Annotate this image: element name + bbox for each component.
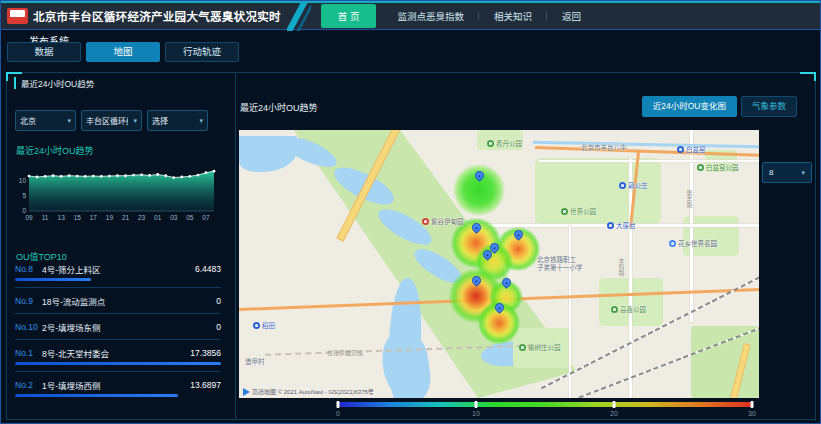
- legend-gradient-bar: [338, 402, 752, 407]
- svg-text:21: 21: [122, 214, 130, 221]
- map-geography: [379, 327, 433, 398]
- row-divider: [15, 371, 221, 372]
- top-list-item[interactable]: No.84号-筛分上料区6.4483: [15, 262, 221, 288]
- svg-text:11: 11: [42, 214, 49, 221]
- poi-icon: [669, 240, 676, 247]
- map-label-text: 花乡世界名园: [678, 238, 717, 248]
- map-label-text: 樊羊路: [685, 190, 694, 208]
- progress-bar: [15, 362, 221, 365]
- ou-value: 6.4483: [195, 264, 221, 274]
- map-label: 北京市丰台八中: [581, 142, 627, 152]
- panel-title-tag: 最近24小时OU趋势: [14, 77, 94, 89]
- ou-value: 0: [216, 296, 221, 306]
- rank-label: No.2: [15, 380, 42, 390]
- map-canvas[interactable]: 看丹公园紫谷伊甸园世界公园北京市丰台八中郭公庄白盆窑白盆窑公园大葆台花乡世界名园…: [239, 130, 759, 398]
- chevron-down-icon: ▾: [801, 169, 805, 177]
- map-label: 稻田: [253, 320, 275, 330]
- svg-text:15: 15: [74, 214, 82, 221]
- map-label: 子弟第十一小学: [537, 262, 583, 272]
- nav-item-2[interactable]: 监测点恶臭指数: [382, 5, 479, 27]
- scenic-spot-icon: [422, 218, 429, 225]
- ou-color-legend: 0102030: [338, 402, 752, 418]
- svg-text:23: 23: [138, 214, 146, 221]
- nav-item-3[interactable]: 相关知识: [479, 5, 547, 27]
- map-label-text: 丰科路: [617, 258, 626, 276]
- map-label-text: 白盆窑公园: [706, 162, 739, 172]
- filter-select-2[interactable]: 丰台区循环经济产业园▾: [81, 110, 142, 131]
- legend-tick-label: 10: [472, 410, 480, 417]
- ou-value: 13.6897: [190, 380, 221, 390]
- map-level-value: 8: [769, 168, 773, 177]
- svg-text:07: 07: [202, 214, 210, 221]
- top-list-item[interactable]: No.918号-流动监测点0: [15, 294, 221, 314]
- map-label: 在建京雄高速: [327, 348, 363, 357]
- tab-3[interactable]: 行动轨迹: [165, 42, 239, 62]
- map-label: 看丹公园: [487, 138, 522, 148]
- top-list-item[interactable]: No.21号-填埋场西侧13.6897: [15, 378, 221, 397]
- map-level-select[interactable]: 8 ▾: [762, 162, 812, 183]
- map-label: 造甲村: [245, 356, 265, 366]
- header-slash-decoration: [287, 2, 311, 31]
- rank-label: No.9: [15, 296, 42, 306]
- progress-track: [15, 394, 221, 397]
- tab-1[interactable]: 数据: [7, 42, 81, 62]
- map-label: 丰科路: [617, 258, 626, 276]
- row-divider: [15, 339, 221, 340]
- park-icon: [487, 140, 494, 147]
- metro-station-icon: [253, 322, 260, 329]
- map-label: 白盆窑公园: [697, 162, 739, 172]
- filter-selects: 北京▾丰台区循环经济产业园▾选择▾: [15, 110, 213, 131]
- map-label-text: 紫谷伊甸园: [431, 216, 464, 226]
- tab-2[interactable]: 地图: [86, 42, 160, 62]
- app-logo-icon: [7, 8, 28, 24]
- svg-text:10: 10: [19, 177, 27, 184]
- main-panel: 最近24小时OU趋势 北京▾丰台区循环经济产业园▾选择▾ 最近24小时OU趋势 …: [6, 72, 816, 420]
- rank-label: No.8: [15, 264, 42, 274]
- nav-item-1[interactable]: 首 页: [321, 4, 377, 28]
- chevron-down-icon: ▾: [133, 117, 137, 125]
- progress-bar: [15, 278, 91, 281]
- map-label-text: 稻田: [262, 320, 275, 330]
- map-button-2[interactable]: 气象参数: [741, 96, 797, 117]
- map-label: 紫谷伊甸园: [422, 216, 464, 226]
- svg-text:01: 01: [154, 214, 162, 221]
- legend-tick-label: 0: [336, 410, 340, 417]
- chevron-down-icon: ▾: [199, 117, 203, 125]
- top10-list: No.84号-筛分上料区6.4483No.918号-流动监测点0No.102号-…: [15, 262, 221, 397]
- ou-trend-chart: 0510091113151719212301030507: [11, 155, 219, 227]
- legend-tick: [474, 401, 477, 408]
- main-nav: 首 页监测点恶臭指数相关知识返回: [321, 4, 596, 28]
- metro-station-icon: [607, 222, 614, 229]
- select-value: 选择: [152, 115, 168, 126]
- point-name: 1号-填埋场西侧: [42, 379, 190, 391]
- nav-item-4[interactable]: 返回: [547, 5, 596, 27]
- map-label: 世界公园: [561, 206, 596, 216]
- map-label-text: 看丹公园: [496, 138, 522, 148]
- metro-station-icon: [677, 146, 684, 153]
- filter-select-3[interactable]: 选择▾: [147, 110, 208, 131]
- map-label: 花乡世界名园: [669, 238, 717, 248]
- map-geography: [535, 158, 661, 224]
- top-list-item[interactable]: No.102号-填埋场东侧0: [15, 320, 221, 340]
- point-name: 4号-筛分上料区: [42, 263, 195, 275]
- map-attribution: 高德地图 © 2021 AutoNavi - GS(2021)6375号: [243, 387, 374, 396]
- map-label-text: 大葆台: [616, 220, 636, 230]
- progress-track: [15, 362, 221, 365]
- map-button-1[interactable]: 近24小时OU变化图: [642, 96, 737, 117]
- progress-track: [15, 278, 221, 281]
- map-label: 樊羊路: [685, 190, 694, 208]
- top-list-item-line: No.21号-填埋场西侧13.6897: [15, 378, 221, 391]
- svg-text:09: 09: [25, 214, 33, 221]
- row-divider: [15, 287, 221, 288]
- map-attribution-text: 高德地图 © 2021 AutoNavi - GS(2021)6375号: [252, 387, 374, 396]
- map-label-text: 北京市丰台八中: [581, 142, 627, 152]
- legend-tick-label: 30: [748, 410, 756, 417]
- map-label: 榆树庄公园: [519, 342, 561, 352]
- top-list-item[interactable]: No.18号-北天堂村委会17.3856: [15, 346, 221, 372]
- park-icon: [561, 208, 568, 215]
- filter-select-1[interactable]: 北京▾: [15, 110, 76, 131]
- select-value: 北京: [20, 115, 36, 126]
- map-geography: [691, 326, 759, 398]
- progress-bar: [15, 394, 178, 397]
- legend-tick-label: 20: [610, 410, 618, 417]
